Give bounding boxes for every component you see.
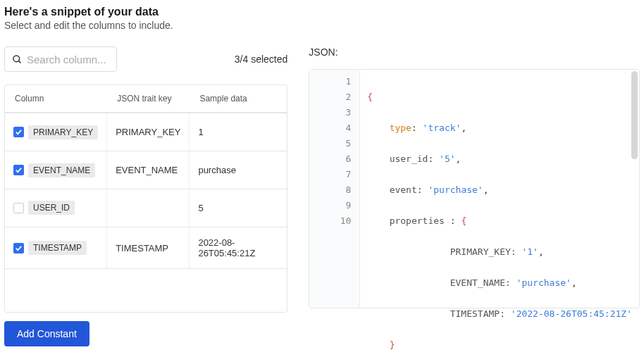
table-row: TIMESTAMP TIMESTAMP 2022-08-26T05:45:21Z (5, 227, 287, 268)
selection-count: 3/4 selected (235, 54, 288, 65)
columns-table: Column JSON trait key Sample data PRIMAR… (4, 84, 287, 313)
trait-cell: PRIMARY_KEY (107, 113, 190, 151)
column-pill: TIMESTAMP (28, 241, 87, 255)
th-column: Column (5, 85, 107, 113)
json-preview: 1 2 3 4 5 6 7 8 9 10 { type: 'track', us… (309, 69, 640, 308)
page-subtitle: Select and edit the columns to include. (4, 20, 640, 31)
trait-cell (107, 189, 190, 227)
sample-cell: 5 (190, 189, 287, 227)
table-row-empty (5, 268, 287, 312)
row-checkbox[interactable] (13, 203, 24, 213)
table-row: EVENT_NAME EVENT_NAME purchase (5, 151, 287, 189)
json-code: { type: 'track', user_id: '5', event: 'p… (360, 70, 639, 308)
column-pill: EVENT_NAME (28, 163, 95, 177)
json-label: JSON: (309, 46, 640, 58)
trait-cell: TIMESTAMP (107, 227, 190, 268)
sample-cell: 1 (190, 113, 287, 151)
check-icon (15, 244, 23, 252)
table-row: USER_ID 5 (5, 189, 287, 227)
json-gutter: 1 2 3 4 5 6 7 8 9 10 (309, 70, 360, 308)
add-constant-button[interactable]: Add Constant (4, 321, 89, 346)
sample-cell: 2022-08-26T05:45:21Z (190, 227, 287, 268)
search-input[interactable] (27, 54, 109, 65)
page-title: Here's a snippet of your data (4, 6, 640, 18)
column-pill: USER_ID (28, 201, 75, 215)
row-checkbox[interactable] (13, 165, 24, 175)
row-checkbox[interactable] (13, 127, 24, 137)
check-icon (15, 166, 23, 174)
search-icon (12, 54, 23, 65)
th-sample: Sample data (190, 85, 287, 113)
svg-point-0 (13, 55, 20, 61)
check-icon (15, 128, 23, 136)
table-row: PRIMARY_KEY PRIMARY_KEY 1 (5, 113, 287, 151)
th-trait: JSON trait key (107, 85, 190, 113)
search-box[interactable] (4, 46, 117, 72)
scrollbar[interactable] (631, 71, 638, 159)
column-pill: PRIMARY_KEY (28, 125, 98, 139)
svg-line-1 (18, 61, 20, 63)
sample-cell: purchase (190, 151, 287, 189)
row-checkbox[interactable] (13, 243, 24, 253)
trait-cell: EVENT_NAME (107, 151, 190, 189)
